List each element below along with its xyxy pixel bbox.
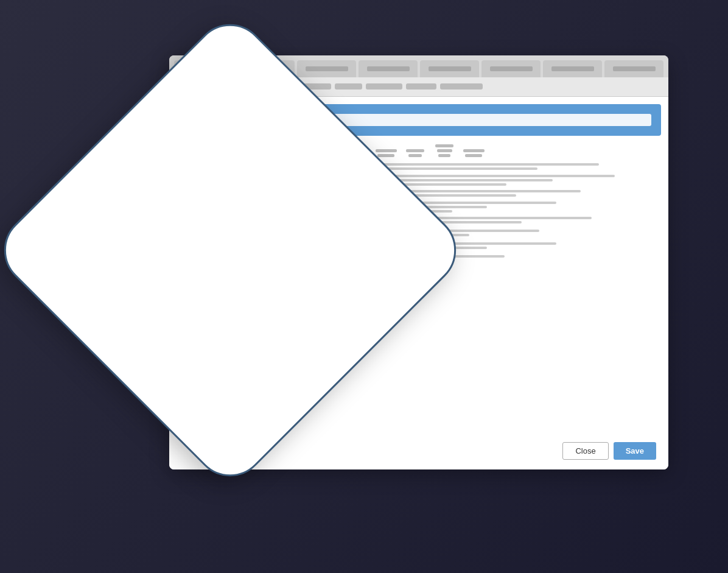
toolbar-pill-7: [406, 83, 436, 90]
tab-6[interactable]: [481, 60, 541, 77]
tab-8[interactable]: [604, 60, 663, 77]
col-header-8: [460, 149, 487, 157]
col-header-6: [402, 149, 429, 157]
save-button[interactable]: Save: [614, 442, 656, 460]
tab-7[interactable]: [543, 60, 602, 77]
tab-5[interactable]: [420, 60, 479, 77]
close-button[interactable]: Close: [562, 442, 608, 460]
tab-4[interactable]: [359, 60, 418, 77]
browser-footer: Close Save: [562, 442, 656, 460]
toolbar-pill-8: [440, 83, 483, 90]
scene: Close Save CreateRecords AmendRec... Cli…: [60, 43, 668, 530]
toolbar-pill-6: [366, 83, 402, 90]
toolbar-pill-5: [335, 83, 362, 90]
col-header-7: [431, 144, 458, 157]
